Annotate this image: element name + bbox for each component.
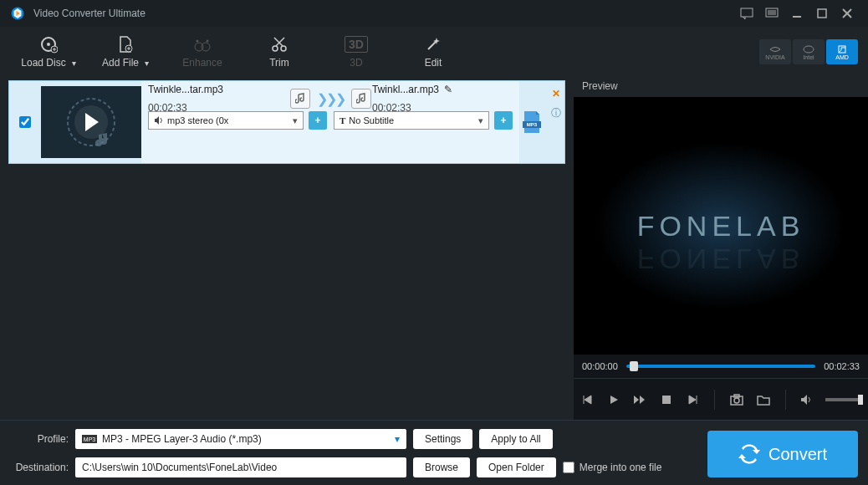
edit-button[interactable]: Edit	[395, 30, 472, 74]
merge-checkbox[interactable]: Merge into one file	[563, 462, 662, 473]
file-thumbnail[interactable]	[41, 86, 141, 158]
preview-screen[interactable]: FONELAB	[574, 97, 868, 355]
amd-label: AMD	[835, 54, 849, 60]
merge-label: Merge into one file	[580, 462, 662, 473]
chevron-down-icon	[142, 57, 149, 69]
amd-icon	[836, 44, 848, 54]
svg-rect-1	[741, 8, 753, 17]
svg-point-22	[273, 46, 278, 51]
menu-icon[interactable]	[761, 5, 783, 22]
add-file-button[interactable]: Add File	[87, 30, 164, 74]
close-button[interactable]	[836, 5, 858, 22]
source-music-icon	[290, 89, 310, 109]
chevron-down-icon	[69, 57, 76, 69]
remove-file-button[interactable]: ✕	[552, 88, 560, 100]
preview-panel: Preview FONELAB 00:00:00 00:02:33	[574, 77, 868, 420]
destination-label: Destination:	[10, 462, 69, 473]
maximize-button[interactable]	[811, 5, 833, 22]
add-subtitle-button[interactable]: +	[494, 111, 513, 130]
intel-toggle[interactable]: Intel	[793, 39, 825, 64]
prev-button[interactable]	[579, 391, 595, 409]
subtitle-value: No Subtitle	[349, 115, 394, 125]
open-folder-button[interactable]: Open Folder	[477, 457, 556, 477]
apply-all-button[interactable]: Apply to All	[479, 429, 552, 449]
volume-icon[interactable]	[799, 391, 816, 409]
info-button[interactable]: ⓘ	[551, 106, 561, 120]
svg-text:MP3: MP3	[527, 122, 538, 127]
enhance-label: Enhance	[182, 57, 222, 69]
add-audio-button[interactable]: +	[309, 111, 327, 130]
open-folder-button[interactable]	[755, 391, 772, 409]
title-bar: Video Converter Ultimate	[0, 0, 868, 27]
3d-icon: 3D	[345, 36, 368, 53]
convert-button[interactable]: Convert	[707, 431, 858, 477]
file-plus-icon	[117, 35, 134, 54]
time-bar: 00:00:00 00:02:33	[574, 355, 868, 378]
chevron-down-icon: ▾	[478, 115, 483, 126]
svg-line-24	[276, 38, 284, 46]
nvidia-toggle[interactable]: NVIDIA	[759, 39, 791, 64]
svg-point-23	[281, 46, 286, 51]
edit-name-icon[interactable]: ✎	[444, 84, 452, 95]
play-button[interactable]	[605, 391, 622, 409]
dest-filename: Twinkl...ar.mp3✎	[372, 84, 513, 95]
volume-slider[interactable]	[825, 398, 863, 401]
svg-point-21	[207, 40, 209, 43]
enhance-icon	[193, 37, 212, 52]
subtitle-select[interactable]: T No Subtitle ▾	[334, 111, 489, 130]
trim-label: Trim	[269, 57, 289, 69]
profile-select[interactable]: MP3 MP3 - MPEG Layer-3 Audio (*.mp3) ▾	[75, 429, 406, 449]
stop-button[interactable]	[658, 391, 675, 409]
destination-input[interactable]	[75, 457, 406, 477]
seek-slider[interactable]	[626, 365, 815, 368]
chevron-down-icon: ▾	[395, 433, 400, 445]
nvidia-icon	[768, 44, 782, 54]
format-badge: MP3	[519, 81, 548, 163]
svg-rect-33	[662, 396, 671, 404]
mp3-small-icon: MP3	[82, 433, 97, 445]
next-button[interactable]	[685, 391, 702, 409]
bottom-bar: Profile: MP3 MP3 - MPEG Layer-3 Audio (*…	[0, 420, 868, 485]
3d-label: 3D	[350, 57, 362, 69]
app-logo-icon	[10, 6, 25, 21]
amd-toggle[interactable]: AMD	[826, 39, 858, 64]
fast-forward-button[interactable]	[631, 391, 648, 409]
file-checkbox[interactable]	[19, 116, 31, 128]
browse-button[interactable]: Browse	[413, 457, 470, 477]
audio-track-value: mp3 stereo (0x	[167, 115, 228, 125]
chevron-down-icon: ▾	[293, 115, 298, 126]
source-filename: Twinkle...tar.mp3	[148, 84, 288, 95]
subtitle-icon: T	[340, 115, 345, 125]
snapshot-button[interactable]	[728, 391, 745, 409]
merge-checkbox-input[interactable]	[563, 462, 574, 473]
brand-watermark: FONELAB	[637, 210, 805, 242]
current-time: 00:00:00	[582, 361, 618, 371]
disc-icon	[39, 35, 58, 54]
svg-point-27	[804, 46, 814, 53]
minimize-button[interactable]	[786, 5, 808, 22]
3d-button: 3D 3D	[318, 30, 395, 74]
app-title: Video Converter Ultimate	[33, 8, 146, 19]
svg-line-25	[274, 38, 283, 46]
audio-thumb-icon	[62, 93, 120, 151]
preview-label: Preview	[574, 77, 868, 97]
convert-icon	[738, 443, 760, 465]
mp3-file-icon: MP3	[519, 110, 544, 135]
main-toolbar: Load Disc Add File Enhance Trim 3D 3D Ed…	[0, 27, 868, 77]
audio-track-select[interactable]: mp3 stereo (0x ▾	[148, 111, 304, 130]
load-disc-button[interactable]: Load Disc	[10, 30, 87, 74]
nvidia-label: NVIDIA	[765, 54, 784, 60]
convert-label: Convert	[768, 445, 827, 464]
total-time: 00:02:33	[824, 361, 860, 371]
dest-music-icon	[351, 89, 371, 109]
profile-label: Profile:	[10, 433, 69, 445]
intel-icon	[803, 44, 814, 54]
file-item[interactable]: Twinkle...tar.mp3 00:02:33 ❯❯❯ Twinkl...…	[8, 80, 565, 164]
feedback-icon[interactable]	[736, 5, 758, 22]
svg-rect-7	[818, 9, 826, 18]
wand-icon	[425, 36, 442, 53]
trim-button[interactable]: Trim	[241, 30, 318, 74]
settings-button[interactable]: Settings	[413, 429, 472, 449]
svg-point-36	[734, 398, 739, 403]
intel-label: Intel	[803, 54, 814, 60]
